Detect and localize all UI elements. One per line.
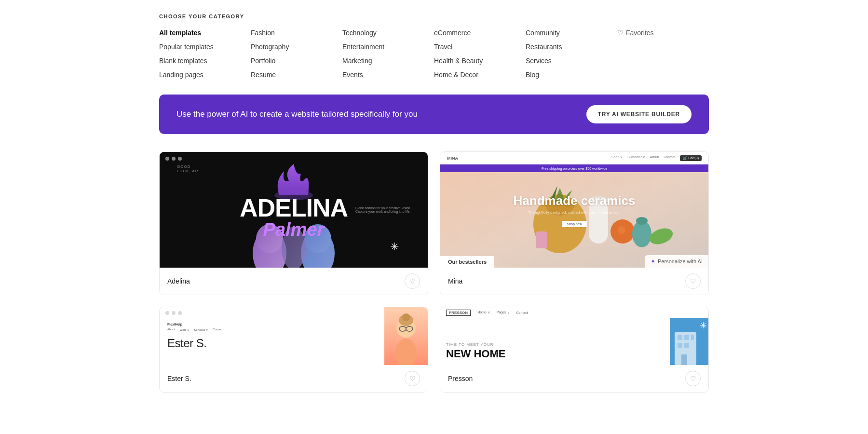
adelina-text: ADELINA Palmer xyxy=(240,195,348,239)
ester-footer: Ester S. ♡ xyxy=(160,365,428,392)
category-entertainment[interactable]: Entertainment xyxy=(342,42,434,52)
template-card-ester: FlexiHelp About Work ∨ Services ∨ Contac… xyxy=(159,307,428,393)
mina-favorite-button[interactable]: ♡ xyxy=(685,273,701,289)
category-favorites[interactable]: ♡ Favorites xyxy=(617,28,709,38)
mina-header: MINA Shop ∨ Sustainable About Contact 🛒 … xyxy=(440,152,708,164)
category-popular-templates[interactable]: Popular templates xyxy=(159,42,251,52)
category-col-1: All templates Popular templates Blank te… xyxy=(159,28,251,80)
ester-image-area xyxy=(384,307,428,365)
presson-favorite-button[interactable]: ♡ xyxy=(685,371,701,386)
category-blank-templates[interactable]: Blank templates xyxy=(159,56,251,66)
svg-point-16 xyxy=(395,339,417,365)
presson-content: TIME TO MEET YOUR NEW HOME xyxy=(440,318,708,365)
adelina-title-name: ADELINA xyxy=(240,195,348,220)
adelina-name-label: Adelina xyxy=(167,277,190,285)
category-ecommerce[interactable]: eCommerce xyxy=(434,28,526,38)
category-landing-pages[interactable]: Landing pages xyxy=(159,70,251,80)
category-col-6: ♡ Favorites xyxy=(617,28,709,80)
category-home-decor[interactable]: Home & Decor xyxy=(434,70,526,80)
presson-logo: PRESSON xyxy=(446,310,471,316)
presson-nav-home: Home ∨ xyxy=(477,311,490,314)
category-restaurants[interactable]: Restaurants xyxy=(526,42,617,52)
personalize-bar[interactable]: ✦ Personalize with AI xyxy=(645,255,708,268)
mina-hero: Handmade ceramics Thoughtfully designed,… xyxy=(440,172,708,268)
svg-point-11 xyxy=(618,226,625,234)
templates-grid: GOODLUCK, ARI ADELINA Palmer xyxy=(159,151,709,393)
mina-hero-text: Handmade ceramics Thoughtfully designed,… xyxy=(514,193,636,227)
category-community[interactable]: Community xyxy=(526,28,617,38)
mina-nav-more: Contact xyxy=(664,155,675,161)
category-col-3: Technology Entertainment Marketing Event… xyxy=(342,28,434,80)
mina-shop-btn[interactable]: Shop now xyxy=(562,221,586,227)
ester-nav: About Work ∨ Services ∨ Contact xyxy=(167,328,377,331)
svg-rect-28 xyxy=(678,343,682,348)
ester-nav-about: About xyxy=(167,328,175,331)
ester-nav-contact: Contact xyxy=(213,328,223,331)
ai-banner: Use the power of AI to create a website … xyxy=(159,95,709,134)
svg-point-13 xyxy=(636,217,648,225)
ester-dot-1 xyxy=(165,311,169,315)
presson-name-label: Presson xyxy=(448,375,473,382)
mina-preview[interactable]: MINA Shop ∨ Sustainable About Contact 🛒 … xyxy=(440,152,708,268)
presson-header: PRESSON Home ∨ Pages ∨ Contact xyxy=(440,307,708,318)
category-grid: All templates Popular templates Blank te… xyxy=(159,28,709,80)
dot-3 xyxy=(178,157,182,161)
category-fashion[interactable]: Fashion xyxy=(251,28,342,38)
category-health-beauty[interactable]: Health & Beauty xyxy=(434,56,526,66)
presson-nav-pages: Pages ∨ xyxy=(497,311,510,314)
adelina-preview[interactable]: GOODLUCK, ARI ADELINA Palmer xyxy=(160,152,428,268)
category-travel[interactable]: Travel xyxy=(434,42,526,52)
svg-rect-29 xyxy=(684,343,689,348)
star-decoration: ✳ xyxy=(390,241,399,253)
category-marketing[interactable]: Marketing xyxy=(342,56,434,66)
ester-person-svg xyxy=(389,310,423,365)
ester-name-label: Ester S. xyxy=(167,375,191,382)
adelina-footer: Adelina ♡ xyxy=(160,268,428,295)
svg-rect-27 xyxy=(691,335,694,340)
ester-nav-work: Work ∨ xyxy=(180,328,190,331)
category-resume[interactable]: Resume xyxy=(251,70,342,80)
ester-dot-2 xyxy=(172,311,176,315)
personalize-text: Personalize with AI xyxy=(658,258,703,264)
adelina-description: Blank canvas for your creative vision. C… xyxy=(355,206,413,213)
adelina-favorite-button[interactable]: ♡ xyxy=(405,273,420,289)
category-col-4: eCommerce Travel Health & Beauty Home & … xyxy=(434,28,526,80)
svg-point-15 xyxy=(647,225,675,247)
mina-footer: Mina ♡ xyxy=(440,268,708,295)
mina-cart-btn[interactable]: 🛒 Cart(0) xyxy=(680,155,702,161)
mina-hero-title: Handmade ceramics xyxy=(514,193,636,208)
svg-rect-14 xyxy=(536,231,547,248)
svg-rect-25 xyxy=(678,335,682,340)
presson-image-panel: ✳ xyxy=(670,318,708,365)
ester-main-title: Ester S. xyxy=(167,337,377,350)
choose-category-section: CHOOSE YOUR CATEGORY All templates Popul… xyxy=(159,14,709,80)
ai-website-builder-button[interactable]: TRY AI WEBSITE BUILDER xyxy=(586,105,692,123)
presson-sub: TIME TO MEET YOUR xyxy=(446,342,664,347)
adelina-logo: GOODLUCK, ARI xyxy=(177,164,200,173)
svg-rect-26 xyxy=(684,335,689,340)
presson-preview[interactable]: PRESSON Home ∨ Pages ∨ Contact TIME TO M… xyxy=(440,307,708,365)
category-technology[interactable]: Technology xyxy=(342,28,434,38)
category-events[interactable]: Events xyxy=(342,70,434,80)
ester-window-controls xyxy=(165,311,182,315)
template-card-presson: PRESSON Home ∨ Pages ∨ Contact TIME TO M… xyxy=(440,307,709,393)
ester-left-panel: FlexiHelp About Work ∨ Services ∨ Contac… xyxy=(160,307,384,365)
category-services[interactable]: Services xyxy=(526,56,617,66)
dot-1 xyxy=(165,157,169,161)
ester-favorite-button[interactable]: ♡ xyxy=(405,371,420,386)
mina-nav-shop: Shop ∨ xyxy=(611,155,623,161)
mina-name-label: Mina xyxy=(448,277,462,285)
presson-text-panel: TIME TO MEET YOUR NEW HOME xyxy=(440,318,670,365)
mina-nav-contact: About xyxy=(650,155,659,161)
template-card-adelina: GOODLUCK, ARI ADELINA Palmer xyxy=(159,151,428,295)
category-all-templates[interactable]: All templates xyxy=(159,28,251,38)
ester-nav-services: Services ∨ xyxy=(194,328,208,331)
category-portfolio[interactable]: Portfolio xyxy=(251,56,342,66)
ester-dot-3 xyxy=(178,311,182,315)
ester-preview[interactable]: FlexiHelp About Work ∨ Services ∨ Contac… xyxy=(160,307,428,365)
ester-logo: FlexiHelp xyxy=(167,323,377,326)
presson-building-svg: ✳ xyxy=(670,318,708,365)
category-photography[interactable]: Photography xyxy=(251,42,342,52)
category-blog[interactable]: Blog xyxy=(526,70,617,80)
mina-hero-sub: Thoughtfully designed, crafted with care… xyxy=(514,210,636,215)
